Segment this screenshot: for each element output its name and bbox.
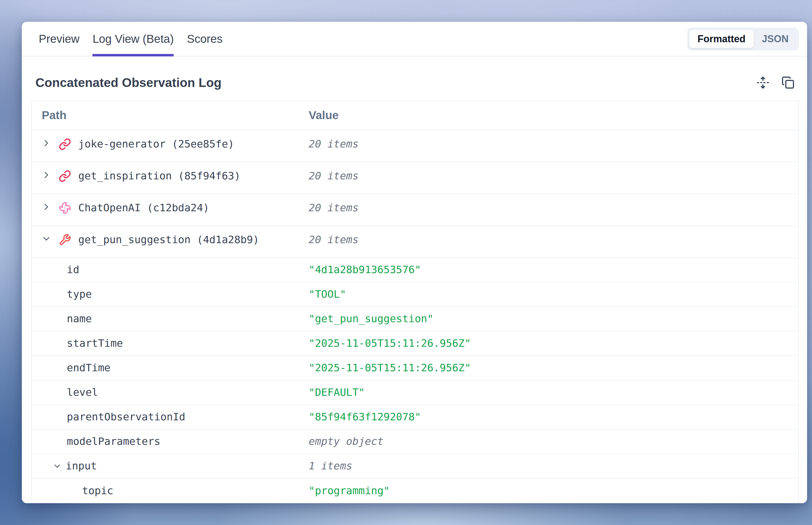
column-header-value: Value	[309, 109, 798, 122]
value-cell: "DEFAULT"	[309, 380, 798, 405]
value-text: "2025-11-05T15:11:26.956Z"	[309, 362, 471, 374]
path-cell: id	[32, 258, 309, 282]
path-cell: parentObservationId	[32, 405, 309, 429]
wrench-icon	[59, 234, 71, 246]
path-label: joke-generator (25ee85fe)	[78, 138, 234, 150]
table-row: startTime"2025-11-05T15:11:26.956Z"	[32, 331, 798, 356]
table-row[interactable]: joke-generator (25ee85fe)20 items	[32, 130, 798, 162]
value-text: "get_pun_suggestion"	[309, 313, 433, 325]
tab-scores[interactable]: Scores	[187, 22, 222, 56]
table-row: level"DEFAULT"	[32, 380, 798, 405]
table-row[interactable]: get_inspiration (85f94f63)20 items	[32, 162, 798, 194]
path-cell: topic	[32, 479, 309, 503]
table-row: endTime"2025-11-05T15:11:26.956Z"	[32, 356, 798, 380]
path-cell: name	[32, 307, 309, 331]
log-table-body: joke-generator (25ee85fe)20 itemsget_ins…	[32, 130, 798, 503]
path-label: endTime	[67, 362, 110, 374]
path-label: ChatOpenAI (c12bda24)	[78, 202, 209, 214]
path-label: topic	[82, 485, 113, 497]
path-label: startTime	[67, 337, 123, 350]
value-cell: "2025-11-05T15:11:26.956Z"	[309, 356, 798, 380]
path-cell: input	[32, 454, 309, 478]
path-cell: startTime	[32, 331, 309, 356]
value-text: "DEFAULT"	[309, 386, 365, 399]
value-text: 20 items	[309, 202, 358, 214]
value-cell: 20 items	[309, 130, 798, 162]
path-label: get_pun_suggestion (4d1a28b9)	[78, 234, 259, 246]
path-cell: ChatOpenAI (c12bda24)	[32, 194, 309, 225]
chevron-right-icon[interactable]	[41, 138, 51, 148]
path-label: level	[67, 386, 98, 399]
path-label: name	[67, 313, 92, 325]
path-cell: modelParameters	[32, 430, 309, 454]
chevron-right-icon[interactable]	[41, 202, 51, 212]
value-text: "2025-11-05T15:11:26.956Z"	[309, 337, 471, 350]
toggle-json[interactable]: JSON	[754, 30, 797, 48]
tab-preview[interactable]: Preview	[39, 22, 79, 56]
chevron-right-icon[interactable]	[41, 170, 51, 180]
link-icon	[59, 170, 71, 182]
path-cell: type	[32, 282, 309, 306]
table-row[interactable]: ChatOpenAI (c12bda24)20 items	[32, 194, 798, 226]
path-label: get_inspiration (85f94f63)	[78, 170, 240, 182]
page-title: Concatenated Observation Log	[35, 75, 221, 90]
tab-log-view[interactable]: Log View (Beta)	[92, 22, 174, 56]
path-label: type	[67, 288, 92, 301]
path-label: input	[66, 460, 97, 472]
table-row[interactable]: get_pun_suggestion (4d1a28b9)20 items	[32, 226, 798, 258]
path-cell: get_pun_suggestion (4d1a28b9)	[32, 226, 309, 257]
chevron-down-icon[interactable]	[53, 462, 62, 471]
table-row: id"4d1a28b913653576"	[32, 258, 798, 282]
value-text: 20 items	[309, 170, 358, 182]
path-cell: joke-generator (25ee85fe)	[32, 130, 309, 162]
value-cell: "4d1a28b913653576"	[309, 258, 798, 282]
unfold-vertical-icon[interactable]	[756, 75, 770, 90]
value-cell: "programming"	[309, 479, 798, 503]
value-cell: 1 items	[309, 454, 798, 478]
toggle-formatted[interactable]: Formatted	[689, 30, 754, 48]
table-row: topic"programming"	[32, 479, 798, 503]
copy-icon[interactable]	[781, 75, 795, 90]
path-cell: level	[32, 380, 309, 405]
value-text: 20 items	[309, 234, 358, 246]
table-row: name"get_pun_suggestion"	[32, 307, 798, 331]
table-header-row: Path Value	[32, 101, 798, 130]
path-cell: get_inspiration (85f94f63)	[32, 162, 309, 194]
value-cell: 20 items	[309, 226, 798, 257]
path-label: parentObservationId	[67, 411, 186, 423]
value-text: "85f94f63f1292078"	[309, 411, 421, 423]
value-cell: empty object	[309, 430, 798, 454]
log-view-panel: Preview Log View (Beta) Scores Formatted…	[22, 22, 807, 503]
value-text: 20 items	[309, 138, 358, 150]
table-row[interactable]: input1 items	[32, 454, 798, 479]
path-label: id	[67, 264, 79, 276]
value-cell: "2025-11-05T15:11:26.956Z"	[309, 331, 798, 356]
format-toggle: Formatted JSON	[687, 28, 799, 50]
value-text: "programming"	[309, 485, 390, 497]
value-cell: 20 items	[309, 194, 798, 225]
value-cell: "TOOL"	[309, 282, 798, 306]
path-cell: endTime	[32, 356, 309, 380]
value-cell: 20 items	[309, 162, 798, 194]
value-text: empty object	[309, 435, 384, 448]
section-header: Concatenated Observation Log	[22, 57, 807, 100]
table-row: type"TOOL"	[32, 282, 798, 307]
value-text: "TOOL"	[309, 288, 346, 301]
value-cell: "get_pun_suggestion"	[309, 307, 798, 331]
tab-bar: Preview Log View (Beta) Scores Formatted…	[22, 22, 807, 57]
table-row: modelParametersempty object	[32, 430, 798, 454]
link-icon	[59, 138, 71, 150]
value-cell: "85f94f63f1292078"	[309, 405, 798, 429]
observation-log-table: Path Value joke-generator (25ee85fe)20 i…	[31, 100, 799, 503]
path-label: modelParameters	[67, 435, 160, 448]
value-text: 1 items	[309, 460, 352, 472]
fan-icon	[59, 202, 71, 214]
chevron-down-icon[interactable]	[41, 234, 51, 244]
column-header-path: Path	[32, 109, 309, 122]
table-row: parentObservationId"85f94f63f1292078"	[32, 405, 798, 430]
value-text: "4d1a28b913653576"	[309, 264, 421, 276]
